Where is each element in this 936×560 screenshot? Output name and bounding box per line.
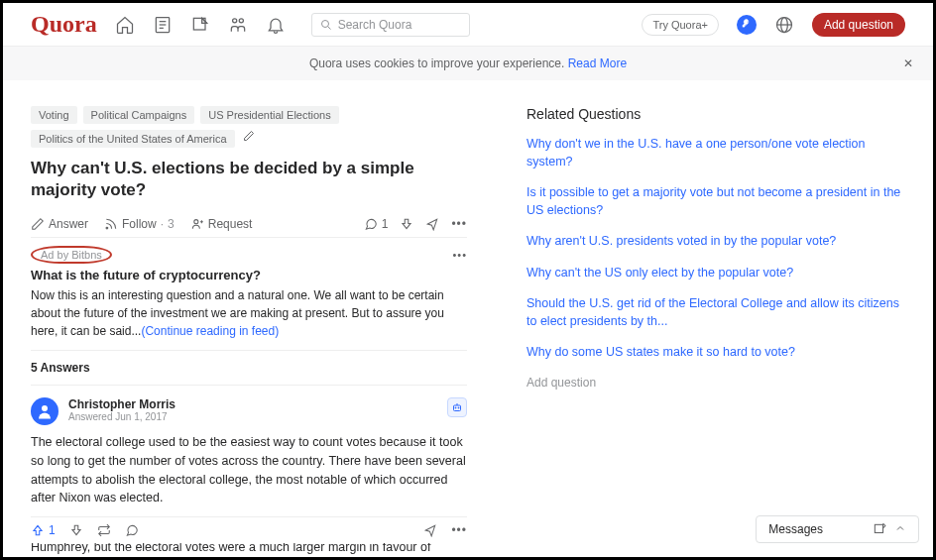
edit-topics-icon[interactable] xyxy=(243,130,255,148)
upvote-button[interactable]: 1 xyxy=(31,523,56,537)
svg-point-17 xyxy=(455,407,456,408)
more-icon[interactable]: ••• xyxy=(451,217,467,231)
spaces-icon[interactable] xyxy=(228,15,248,35)
downvote-icon[interactable] xyxy=(400,217,413,231)
notifications-icon[interactable] xyxy=(266,15,286,35)
answers-count: 5 Answers xyxy=(31,351,467,385)
tag[interactable]: US Presidential Elections xyxy=(200,106,339,124)
svg-point-7 xyxy=(239,18,243,22)
downvote-button[interactable] xyxy=(69,523,83,537)
answer-action-bar: 1 ••• xyxy=(31,516,467,543)
follow-button[interactable]: Follow·3 xyxy=(104,217,175,231)
ad-title[interactable]: What is the future of cryptocurrency? xyxy=(31,268,467,282)
topic-tags: Voting Political Campaigns US Presidenti… xyxy=(31,106,467,148)
globe-icon[interactable] xyxy=(774,15,794,35)
expand-messages-icon[interactable] xyxy=(894,522,906,536)
related-sidebar: Related Questions Why don't we in the U.… xyxy=(526,106,905,560)
comment-icon xyxy=(364,217,378,231)
svg-point-8 xyxy=(321,20,328,27)
continue-reading-link[interactable]: (Continue reading in feed) xyxy=(141,324,279,338)
cookie-read-more-link[interactable]: Read More xyxy=(568,56,627,70)
related-question-link[interactable]: Should the U.S. get rid of the Electoral… xyxy=(526,295,905,330)
messages-widget[interactable]: Messages xyxy=(756,515,919,543)
main-column: Voting Political Campaigns US Presidenti… xyxy=(31,106,467,560)
cookie-banner: Quora uses cookies to improve your exper… xyxy=(3,47,933,80)
related-question-link[interactable]: Why can't the US only elect by the popul… xyxy=(526,265,905,282)
svg-point-14 xyxy=(194,220,198,224)
quora-logo[interactable]: Quora xyxy=(31,11,97,38)
tag[interactable]: Politics of the United States of America xyxy=(31,130,235,148)
cookie-text: Quora uses cookies to improve your exper… xyxy=(309,56,568,70)
related-question-link[interactable]: Why do some US states make it so hard to… xyxy=(526,344,905,362)
top-header: Quora Search Quora Try Quora+ Add questi… xyxy=(3,3,933,47)
home-icon[interactable] xyxy=(115,15,135,35)
answer-button[interactable]: Answer xyxy=(31,217,88,231)
svg-line-9 xyxy=(327,26,330,29)
search-input[interactable]: Search Quora xyxy=(311,13,470,37)
share-button[interactable] xyxy=(423,523,437,537)
search-icon xyxy=(320,19,332,31)
pencil-icon xyxy=(31,217,45,231)
ad-label: Ad by Bitbns xyxy=(31,246,112,264)
tag[interactable]: Political Campaigns xyxy=(83,106,195,124)
add-question-button[interactable]: Add question xyxy=(812,13,905,37)
ad-body: Now this is an interesting question and … xyxy=(31,286,467,351)
answer-icon[interactable] xyxy=(190,15,210,35)
related-question-link[interactable]: Is it possible to get a majority vote bu… xyxy=(526,184,905,219)
rss-icon xyxy=(104,217,118,231)
svg-point-18 xyxy=(458,407,459,408)
question-title: Why can't U.S. elections be decided by a… xyxy=(31,158,467,201)
comment-button[interactable] xyxy=(125,523,139,537)
related-question-link[interactable]: Why aren't U.S. presidents voted in by t… xyxy=(526,233,905,251)
svg-point-15 xyxy=(42,405,48,411)
new-message-icon[interactable] xyxy=(873,522,886,536)
profile-avatar[interactable] xyxy=(737,15,757,35)
repost-icon[interactable] xyxy=(97,523,111,537)
comments-button[interactable]: 1 xyxy=(364,217,389,231)
share-icon[interactable] xyxy=(425,217,439,231)
bot-badge-icon[interactable] xyxy=(447,397,467,417)
related-question-link[interactable]: Why don't we in the U.S. have a one pers… xyxy=(526,136,905,170)
try-quora-plus-button[interactable]: Try Quora+ xyxy=(642,14,719,36)
tag[interactable]: Voting xyxy=(31,106,77,124)
answer-author[interactable]: Christopher Morris xyxy=(68,397,176,411)
close-icon[interactable]: ✕ xyxy=(903,56,913,70)
request-button[interactable]: Request xyxy=(190,217,253,231)
svg-rect-20 xyxy=(875,524,882,532)
svg-point-13 xyxy=(106,227,108,229)
answer-more-icon[interactable]: ••• xyxy=(451,523,467,537)
following-icon[interactable] xyxy=(153,15,173,35)
svg-point-6 xyxy=(232,18,236,22)
sidebar-add-question[interactable]: Add question xyxy=(526,376,905,390)
related-heading: Related Questions xyxy=(526,106,905,122)
answer-avatar[interactable] xyxy=(31,397,58,425)
request-icon xyxy=(190,217,204,231)
ad-more-icon[interactable]: ••• xyxy=(452,249,467,261)
question-actions: Answer Follow·3 Request 1 ••• xyxy=(31,211,467,238)
messages-label: Messages xyxy=(768,522,823,536)
search-placeholder: Search Quora xyxy=(338,18,412,32)
answer-date: Answered Jun 1, 2017 xyxy=(68,411,176,422)
